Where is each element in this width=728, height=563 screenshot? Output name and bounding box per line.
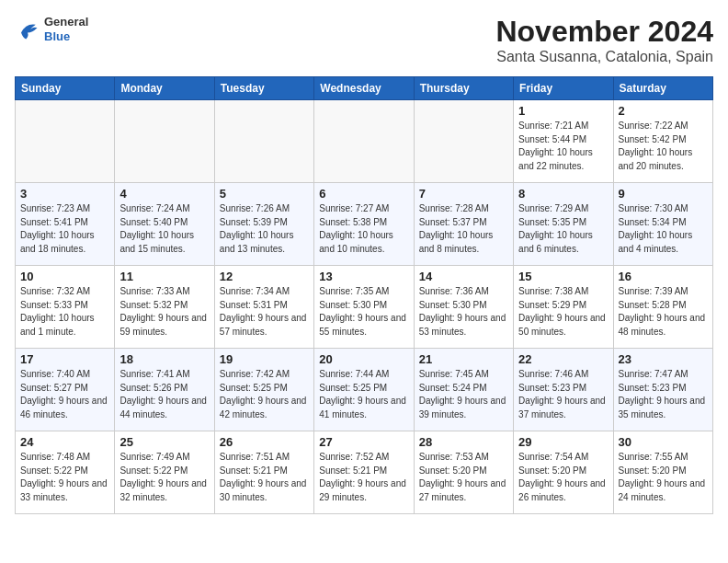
calendar-cell: 22Sunrise: 7:46 AM Sunset: 5:23 PM Dayli…: [514, 349, 613, 431]
day-number: 11: [119, 270, 209, 283]
day-number: 9: [619, 187, 708, 201]
logo-blue-text: Blue: [44, 29, 88, 44]
day-info: Sunrise: 7:23 AM Sunset: 5:41 PM Dayligh…: [20, 202, 109, 256]
day-info: Sunrise: 7:32 AM Sunset: 5:33 PM Dayligh…: [20, 285, 109, 339]
day-info: Sunrise: 7:33 AM Sunset: 5:32 PM Dayligh…: [119, 285, 209, 339]
day-number: 5: [220, 187, 309, 201]
day-number: 3: [20, 187, 109, 201]
weekday-header-saturday: Saturday: [613, 77, 712, 100]
calendar-cell: 3Sunrise: 7:23 AM Sunset: 5:41 PM Daylig…: [16, 183, 115, 266]
day-info: Sunrise: 7:36 AM Sunset: 5:30 PM Dayligh…: [419, 285, 508, 339]
day-info: Sunrise: 7:39 AM Sunset: 5:28 PM Dayligh…: [619, 285, 708, 339]
day-info: Sunrise: 7:42 AM Sunset: 5:25 PM Dayligh…: [220, 368, 309, 421]
day-info: Sunrise: 7:24 AM Sunset: 5:40 PM Dayligh…: [119, 202, 209, 256]
calendar-cell: [115, 100, 214, 183]
day-number: 28: [419, 435, 508, 449]
day-number: 6: [319, 187, 408, 201]
day-number: 18: [119, 352, 209, 366]
day-info: Sunrise: 7:52 AM Sunset: 5:21 PM Dayligh…: [319, 451, 408, 504]
day-info: Sunrise: 7:22 AM Sunset: 5:42 PM Dayligh…: [619, 120, 708, 173]
day-number: 29: [518, 435, 608, 449]
calendar-cell: 19Sunrise: 7:42 AM Sunset: 5:25 PM Dayli…: [214, 349, 313, 431]
day-number: 4: [119, 187, 209, 201]
logo-bird-icon: [15, 17, 40, 42]
calendar-body: 1Sunrise: 7:21 AM Sunset: 5:44 PM Daylig…: [16, 100, 713, 514]
day-info: Sunrise: 7:40 AM Sunset: 5:27 PM Dayligh…: [20, 368, 109, 421]
logo: General Blue: [15, 15, 88, 43]
page-header: General Blue November 2024 Santa Susanna…: [15, 15, 713, 65]
weekday-header-friday: Friday: [514, 77, 613, 100]
calendar-cell: 16Sunrise: 7:39 AM Sunset: 5:28 PM Dayli…: [613, 266, 712, 349]
location-title: Santa Susanna, Catalonia, Spain: [495, 49, 713, 65]
day-info: Sunrise: 7:53 AM Sunset: 5:20 PM Dayligh…: [419, 451, 508, 504]
day-number: 25: [119, 435, 209, 449]
logo-general-text: General: [44, 15, 88, 29]
day-number: 17: [20, 352, 109, 366]
weekday-header-sunday: Sunday: [16, 77, 115, 100]
calendar-cell: 27Sunrise: 7:52 AM Sunset: 5:21 PM Dayli…: [314, 431, 414, 514]
day-number: 12: [220, 270, 309, 283]
calendar-cell: [314, 100, 414, 183]
day-number: 8: [518, 187, 608, 201]
day-info: Sunrise: 7:29 AM Sunset: 5:35 PM Dayligh…: [518, 202, 608, 256]
day-info: Sunrise: 7:45 AM Sunset: 5:24 PM Dayligh…: [419, 368, 508, 421]
day-info: Sunrise: 7:34 AM Sunset: 5:31 PM Dayligh…: [220, 285, 309, 339]
day-info: Sunrise: 7:51 AM Sunset: 5:21 PM Dayligh…: [220, 451, 309, 504]
day-number: 22: [518, 352, 608, 366]
calendar-cell: 25Sunrise: 7:49 AM Sunset: 5:22 PM Dayli…: [115, 431, 214, 514]
day-info: Sunrise: 7:21 AM Sunset: 5:44 PM Dayligh…: [518, 120, 608, 173]
calendar-week-row: 10Sunrise: 7:32 AM Sunset: 5:33 PM Dayli…: [16, 266, 713, 349]
weekday-header-wednesday: Wednesday: [314, 77, 414, 100]
calendar-cell: 11Sunrise: 7:33 AM Sunset: 5:32 PM Dayli…: [115, 266, 214, 349]
calendar-cell: 28Sunrise: 7:53 AM Sunset: 5:20 PM Dayli…: [414, 431, 513, 514]
calendar-cell: [214, 100, 313, 183]
day-info: Sunrise: 7:47 AM Sunset: 5:23 PM Dayligh…: [619, 368, 708, 421]
calendar-cell: 13Sunrise: 7:35 AM Sunset: 5:30 PM Dayli…: [314, 266, 414, 349]
day-info: Sunrise: 7:46 AM Sunset: 5:23 PM Dayligh…: [518, 368, 608, 421]
weekday-header-row: SundayMondayTuesdayWednesdayThursdayFrid…: [16, 77, 713, 100]
calendar-cell: 10Sunrise: 7:32 AM Sunset: 5:33 PM Dayli…: [16, 266, 115, 349]
day-number: 1: [518, 104, 608, 118]
day-number: 14: [419, 270, 508, 283]
day-info: Sunrise: 7:41 AM Sunset: 5:26 PM Dayligh…: [119, 368, 209, 421]
day-info: Sunrise: 7:30 AM Sunset: 5:34 PM Dayligh…: [619, 202, 708, 256]
calendar-cell: 12Sunrise: 7:34 AM Sunset: 5:31 PM Dayli…: [214, 266, 313, 349]
day-number: 20: [319, 352, 408, 366]
day-info: Sunrise: 7:38 AM Sunset: 5:29 PM Dayligh…: [518, 285, 608, 339]
month-title: November 2024: [495, 15, 713, 49]
day-number: 27: [319, 435, 408, 449]
calendar-week-row: 3Sunrise: 7:23 AM Sunset: 5:41 PM Daylig…: [16, 183, 713, 266]
calendar-cell: 5Sunrise: 7:26 AM Sunset: 5:39 PM Daylig…: [214, 183, 313, 266]
calendar-cell: 17Sunrise: 7:40 AM Sunset: 5:27 PM Dayli…: [16, 349, 115, 431]
weekday-header-tuesday: Tuesday: [214, 77, 313, 100]
weekday-header-thursday: Thursday: [414, 77, 513, 100]
calendar-header: SundayMondayTuesdayWednesdayThursdayFrid…: [16, 77, 713, 100]
title-area: November 2024 Santa Susanna, Catalonia, …: [495, 15, 713, 65]
calendar-cell: 14Sunrise: 7:36 AM Sunset: 5:30 PM Dayli…: [414, 266, 513, 349]
calendar-cell: 20Sunrise: 7:44 AM Sunset: 5:25 PM Dayli…: [314, 349, 414, 431]
day-info: Sunrise: 7:27 AM Sunset: 5:38 PM Dayligh…: [319, 202, 408, 256]
day-number: 26: [220, 435, 309, 449]
calendar-cell: 15Sunrise: 7:38 AM Sunset: 5:29 PM Dayli…: [514, 266, 613, 349]
calendar-cell: 9Sunrise: 7:30 AM Sunset: 5:34 PM Daylig…: [613, 183, 712, 266]
weekday-header-monday: Monday: [115, 77, 214, 100]
day-info: Sunrise: 7:49 AM Sunset: 5:22 PM Dayligh…: [119, 451, 209, 504]
calendar-cell: [16, 100, 115, 183]
calendar-week-row: 17Sunrise: 7:40 AM Sunset: 5:27 PM Dayli…: [16, 349, 713, 431]
calendar-cell: 4Sunrise: 7:24 AM Sunset: 5:40 PM Daylig…: [115, 183, 214, 266]
day-info: Sunrise: 7:54 AM Sunset: 5:20 PM Dayligh…: [518, 451, 608, 504]
calendar-cell: 21Sunrise: 7:45 AM Sunset: 5:24 PM Dayli…: [414, 349, 513, 431]
day-info: Sunrise: 7:26 AM Sunset: 5:39 PM Dayligh…: [220, 202, 309, 256]
day-number: 16: [619, 270, 708, 283]
day-info: Sunrise: 7:48 AM Sunset: 5:22 PM Dayligh…: [20, 451, 109, 504]
day-info: Sunrise: 7:55 AM Sunset: 5:20 PM Dayligh…: [619, 451, 708, 504]
logo-text: General Blue: [44, 15, 88, 43]
calendar-cell: 1Sunrise: 7:21 AM Sunset: 5:44 PM Daylig…: [514, 100, 613, 183]
day-number: 19: [220, 352, 309, 366]
day-number: 13: [319, 270, 408, 283]
calendar-cell: 26Sunrise: 7:51 AM Sunset: 5:21 PM Dayli…: [214, 431, 313, 514]
day-number: 21: [419, 352, 508, 366]
day-info: Sunrise: 7:44 AM Sunset: 5:25 PM Dayligh…: [319, 368, 408, 421]
calendar-cell: 6Sunrise: 7:27 AM Sunset: 5:38 PM Daylig…: [314, 183, 414, 266]
day-number: 7: [419, 187, 508, 201]
